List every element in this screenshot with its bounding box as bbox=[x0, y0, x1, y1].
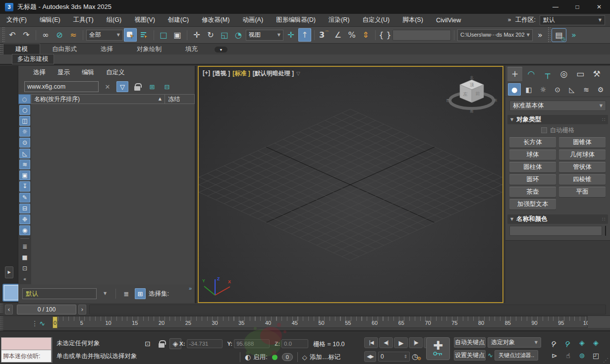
sphere-button[interactable]: 球体 bbox=[509, 150, 556, 160]
select-object-icon[interactable] bbox=[124, 28, 137, 42]
collapse-all-icon[interactable]: ⊟ bbox=[161, 81, 173, 92]
zoom-all-icon[interactable]: ɋ bbox=[562, 337, 574, 348]
explorer-menu-display[interactable]: 显示 bbox=[52, 68, 76, 77]
previous-frame-arrow[interactable]: ‹ bbox=[5, 305, 13, 314]
display-xrefs-toggle[interactable]: ↧ bbox=[19, 181, 30, 191]
display-helpers-toggle[interactable]: ◺ bbox=[19, 149, 30, 158]
shapes-category-icon[interactable]: ◧ bbox=[522, 83, 535, 96]
reference-coordinate-dropdown[interactable]: 视图 ▼ bbox=[246, 30, 283, 41]
selection-lock-icon[interactable] bbox=[156, 338, 167, 349]
marker-cube-icon[interactable]: ◇ bbox=[302, 354, 307, 361]
textplus-button[interactable]: 加强型文本 bbox=[509, 199, 556, 209]
listener-script-pane[interactable]: 脚本迷你侦听: bbox=[1, 350, 52, 363]
menu-customize[interactable]: 自定义(U) bbox=[356, 14, 396, 26]
menu-civilview[interactable]: CivilView bbox=[430, 14, 467, 26]
hierarchy-tab[interactable]: ┬ bbox=[540, 67, 555, 81]
modify-tab[interactable]: ◠ bbox=[524, 67, 539, 81]
lights-category-icon[interactable]: ☼ bbox=[537, 83, 550, 96]
undo-icon[interactable]: ↶ bbox=[6, 28, 19, 42]
maximize-viewport-icon[interactable]: ◰ bbox=[590, 350, 602, 361]
display-lights-toggle[interactable]: ☼ bbox=[19, 127, 30, 137]
use-selection-center-icon[interactable]: ↑ bbox=[298, 28, 311, 42]
spinner-snap-toggle-icon[interactable]: ⇕ bbox=[359, 28, 372, 42]
orbit-icon[interactable]: ⊚ bbox=[576, 350, 588, 361]
geometry-category-icon[interactable]: ● bbox=[508, 83, 521, 96]
ribbon-tab-object-paint[interactable]: 对象绘制 bbox=[125, 44, 173, 54]
display-spacewarps-toggle[interactable]: ≋ bbox=[19, 159, 30, 169]
expand-all-icon[interactable]: ⊞ bbox=[146, 81, 158, 92]
zoom-icon[interactable]: ɋ bbox=[548, 337, 560, 348]
object-name-input[interactable] bbox=[509, 226, 602, 236]
viewport-shading-menu[interactable]: [默认明暗处理 ] bbox=[253, 69, 294, 78]
menu-graph-editors[interactable]: 图形编辑器(D) bbox=[270, 14, 322, 26]
zoom-extents-all-icon[interactable]: ◈ bbox=[590, 337, 602, 348]
select-and-rotate-icon[interactable]: ↻ bbox=[204, 28, 217, 42]
menu-overflow-icon[interactable]: » bbox=[507, 17, 511, 23]
snap-toggle-3d-icon[interactable]: 3⌒ bbox=[318, 28, 331, 42]
compass-east[interactable]: 东 bbox=[494, 99, 498, 102]
menu-file[interactable]: 文件(F) bbox=[0, 14, 33, 26]
select-and-link-icon[interactable]: ∞ bbox=[39, 28, 52, 42]
track-bar-ruler[interactable]: 0510152025303540455055606570758085909510… bbox=[52, 316, 588, 328]
teapot-button[interactable]: 茶壶 bbox=[509, 187, 556, 197]
explorer-menu-select[interactable]: 选择 bbox=[27, 68, 52, 77]
listener-macro-pane[interactable] bbox=[1, 337, 52, 350]
y-coord-field[interactable]: 95.688 bbox=[234, 339, 270, 348]
maxscript-mini-listener[interactable]: 脚本迷你侦听: bbox=[1, 337, 53, 363]
viewcube-front-face[interactable]: 前 bbox=[476, 91, 480, 96]
menu-tools[interactable]: 工具(T) bbox=[67, 14, 100, 26]
name-color-rollout[interactable]: ▼ 名称和颜色 ∷ bbox=[507, 214, 608, 224]
menu-create[interactable]: 创建(C) bbox=[162, 14, 195, 26]
pyramid-button[interactable]: 四棱锥 bbox=[559, 174, 606, 185]
next-frame-button[interactable]: |▶ bbox=[409, 337, 423, 348]
spacewarps-category-icon[interactable]: ≋ bbox=[580, 83, 593, 96]
chevron-down-icon[interactable]: ▼ bbox=[100, 288, 111, 299]
clear-search-icon[interactable]: ✕ bbox=[102, 81, 113, 92]
ribbon-panel-polygon-modeling[interactable]: 多边形建模 bbox=[12, 54, 54, 64]
project-folder-dropdown[interactable]: C:\Users\ww⋯ds Max 2025 ▼ bbox=[457, 29, 533, 41]
display-shapes-toggle[interactable]: ◫ bbox=[19, 116, 30, 126]
plane-button[interactable]: 平面 bbox=[559, 187, 606, 197]
object-color-swatch[interactable] bbox=[605, 226, 606, 236]
frozen-column-header[interactable]: 冻结 bbox=[165, 94, 195, 104]
window-crossing-icon[interactable]: ▣ bbox=[171, 28, 184, 42]
toolbar-drag-handle[interactable] bbox=[2, 27, 5, 43]
select-and-place-icon[interactable]: ◔ bbox=[232, 28, 245, 42]
ribbon-tab-populate[interactable]: 填充 bbox=[173, 44, 210, 54]
explorer-menu-edit[interactable]: 编辑 bbox=[76, 68, 100, 77]
auto-key-button[interactable]: 自动关键点 bbox=[454, 337, 486, 348]
systems-category-icon[interactable]: ⚙ bbox=[594, 83, 607, 96]
rectangular-selection-region-icon[interactable]: □ bbox=[157, 28, 170, 42]
cameras-category-icon[interactable]: ⊙ bbox=[551, 83, 564, 96]
select-by-name-icon[interactable] bbox=[138, 28, 151, 42]
compass-west[interactable]: 西 bbox=[446, 99, 450, 103]
maximize-button[interactable]: □ bbox=[566, 0, 588, 14]
angle-snap-toggle-icon[interactable]: ∠ bbox=[332, 28, 344, 42]
ribbon-tab-freeform[interactable]: 自由形式 bbox=[40, 44, 89, 54]
row-icon-column-header[interactable]: ○ bbox=[18, 94, 31, 104]
tube-button[interactable]: 管状体 bbox=[559, 162, 606, 172]
search-input[interactable] bbox=[24, 81, 99, 92]
torus-button[interactable]: 圆环 bbox=[509, 174, 556, 185]
field-of-view-icon[interactable]: ⊳ bbox=[548, 350, 560, 361]
expand-panel-button[interactable]: ▶ bbox=[5, 266, 13, 278]
display-hidden-toggle[interactable]: ◉ bbox=[19, 225, 30, 235]
counter-badge[interactable]: 0 bbox=[282, 353, 293, 361]
compass-south[interactable]: 南 bbox=[470, 109, 474, 113]
current-frame-spinner[interactable]: 0 ⇕ bbox=[378, 352, 410, 362]
adaptive-degradation-icon[interactable]: ◐ bbox=[245, 354, 251, 361]
quick-access-overflow-icon[interactable]: » bbox=[567, 28, 580, 42]
previous-frame-button[interactable]: ◀| bbox=[379, 337, 393, 348]
x-coord-field[interactable]: -34.731 bbox=[187, 339, 222, 348]
set-key-button[interactable]: 设置关键点 bbox=[454, 350, 486, 361]
compass-north[interactable]: 北 bbox=[470, 76, 474, 80]
lock-explorer-icon[interactable] bbox=[131, 81, 143, 92]
key-selected-dropdown[interactable]: 选定对象 ▼ bbox=[488, 337, 541, 348]
motion-tab[interactable]: ◎ bbox=[556, 67, 571, 81]
layer-color-button[interactable] bbox=[2, 284, 20, 302]
filter-icon[interactable]: ▽ bbox=[116, 81, 128, 92]
next-frame-arrow[interactable]: › bbox=[78, 305, 86, 314]
goto-start-button[interactable]: |◀ bbox=[364, 337, 378, 348]
lock-cell-editing-icon[interactable]: ≣ bbox=[19, 242, 30, 252]
display-cameras-toggle[interactable]: ⊙ bbox=[19, 138, 30, 148]
